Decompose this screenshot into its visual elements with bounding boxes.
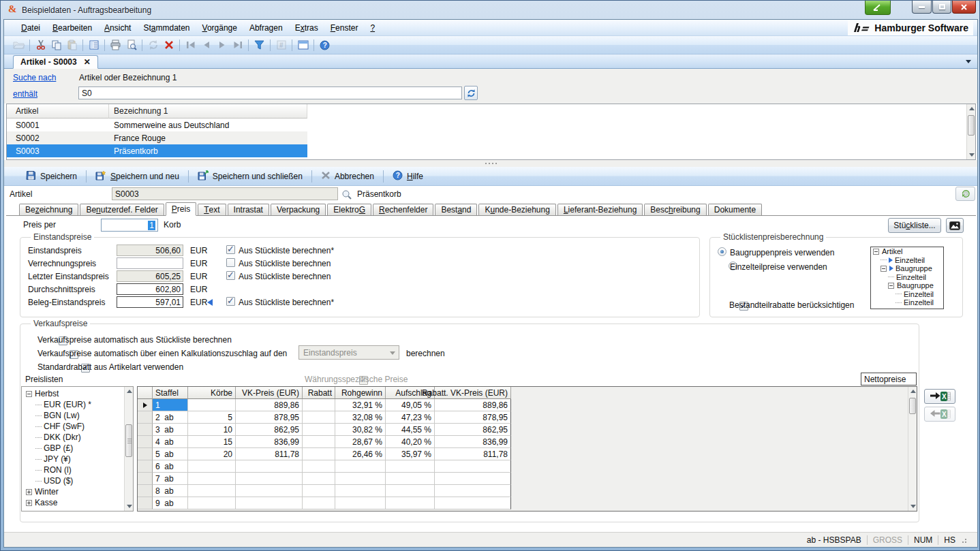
tree-item[interactable]: Herbst <box>22 388 123 399</box>
scroll-down-icon[interactable] <box>969 153 975 157</box>
scroll-down-icon[interactable] <box>910 505 916 508</box>
price-input[interactable]: 506,60 <box>117 245 183 256</box>
nav-first-icon[interactable] <box>183 37 198 52</box>
document-tab-artikel[interactable]: Artikel - S0003 ✕ <box>13 55 98 69</box>
row-selector[interactable] <box>138 448 153 460</box>
row-selector[interactable] <box>138 424 153 436</box>
price-cell[interactable]: 4 ab <box>153 436 188 448</box>
tab-dokumente[interactable]: Dokumente <box>708 204 762 215</box>
scroll-up-icon[interactable] <box>910 390 916 393</box>
price-cell[interactable]: 889,86 <box>236 399 303 411</box>
tab-overflow-icon[interactable] <box>966 60 971 63</box>
minimize-button[interactable] <box>912 1 932 14</box>
tab-bezeichnung[interactable]: Bezeichnung <box>19 204 78 215</box>
price-cell[interactable] <box>386 460 435 473</box>
menu-item[interactable]: Ansicht <box>98 20 137 35</box>
table-row[interactable]: S0001Sommerweine aus Deutschland <box>7 119 307 131</box>
tree-item[interactable]: Baugruppe <box>871 264 943 273</box>
price-cell[interactable]: 3 ab <box>153 424 188 436</box>
close-button[interactable] <box>952 1 976 14</box>
price-input[interactable]: 605,25 <box>117 270 183 282</box>
tree-item[interactable]: JPY (¥) <box>22 454 123 465</box>
export-excel-button[interactable]: X <box>924 389 955 404</box>
record-id-field[interactable]: S0003 <box>112 187 338 200</box>
table-view-icon[interactable] <box>86 37 102 52</box>
aus-stueckliste-checkbox[interactable] <box>226 245 235 254</box>
menu-item[interactable]: Datei <box>15 20 46 35</box>
nav-next-icon[interactable] <box>214 37 230 52</box>
save-close-button[interactable]: Speichern und schließen <box>192 169 308 184</box>
price-cell[interactable] <box>335 485 386 497</box>
tree-item[interactable]: DKK (Dkr) <box>22 432 123 443</box>
expand-icon[interactable] <box>26 500 32 506</box>
splitter-handle[interactable] <box>4 160 977 167</box>
price-cell[interactable]: 15 <box>188 436 236 448</box>
row-selector[interactable] <box>138 473 153 485</box>
price-cell[interactable]: 889,86 <box>435 399 511 411</box>
row-selector[interactable] <box>138 411 153 424</box>
price-cell[interactable] <box>303 485 335 497</box>
price-cell[interactable] <box>303 497 335 509</box>
results-scrollbar[interactable] <box>966 104 975 159</box>
filter-icon[interactable] <box>251 37 267 52</box>
tree-item[interactable]: Einzelteil <box>871 273 943 282</box>
tree-item[interactable]: GBP (£) <box>22 443 123 454</box>
price-cell[interactable]: 20 <box>188 448 236 460</box>
price-cell[interactable] <box>188 497 236 509</box>
new-window-icon[interactable] <box>295 37 311 52</box>
tab-lieferant-beziehung[interactable]: Lieferant-Beziehung <box>557 204 643 215</box>
collapse-icon[interactable] <box>26 391 32 397</box>
price-cell[interactable] <box>435 473 511 485</box>
tab-bestand[interactable]: Bestand <box>435 204 477 215</box>
price-cell[interactable] <box>303 448 335 460</box>
table-row[interactable]: S0003Präsentkorb <box>7 144 307 157</box>
price-cell[interactable]: 6 ab <box>153 460 188 473</box>
price-cell[interactable] <box>303 460 335 473</box>
row-selector[interactable] <box>138 485 153 497</box>
save-new-button[interactable]: Speichern und neu <box>90 169 185 184</box>
price-cell[interactable]: 862,95 <box>236 424 303 436</box>
price-cell[interactable] <box>188 473 236 485</box>
table-row[interactable]: S0002France Rouge <box>7 131 307 144</box>
record-history-button[interactable] <box>955 187 975 201</box>
price-cell[interactable] <box>386 473 435 485</box>
tree-item[interactable]: Kasse <box>22 497 123 508</box>
scroll-thumb[interactable] <box>968 115 975 136</box>
price-cell[interactable]: 30,82 % <box>335 424 386 436</box>
maximize-button[interactable] <box>932 1 951 14</box>
search-refresh-button[interactable] <box>464 86 478 100</box>
price-cell[interactable] <box>188 399 236 411</box>
price-cell[interactable]: 811,78 <box>435 448 511 460</box>
aus-stueckliste-checkbox[interactable] <box>226 258 235 267</box>
price-cell[interactable] <box>188 485 236 497</box>
price-cell[interactable]: 862,95 <box>435 424 511 436</box>
tree-scrollbar[interactable] <box>124 387 133 511</box>
price-cell[interactable]: 836,99 <box>236 436 303 448</box>
row-selector[interactable] <box>138 399 153 411</box>
scroll-down-icon[interactable] <box>127 505 132 508</box>
price-cell[interactable]: 49,05 % <box>386 399 435 411</box>
price-cell[interactable] <box>303 399 335 411</box>
price-cell[interactable]: 811,78 <box>236 448 303 460</box>
quick-print-button[interactable] <box>865 1 891 15</box>
tree-item[interactable]: Baugruppe <box>871 281 943 290</box>
menu-item[interactable]: Fenster <box>324 20 365 35</box>
price-cell[interactable]: 5 ab <box>153 448 188 460</box>
tree-item[interactable]: Einzelteil <box>871 298 943 307</box>
price-cell[interactable] <box>303 436 335 448</box>
price-cell[interactable]: 9 ab <box>153 497 188 509</box>
scroll-up-icon[interactable] <box>127 390 132 393</box>
price-cell[interactable]: 32,91 % <box>335 399 386 411</box>
menu-item[interactable]: Extras <box>289 20 324 35</box>
price-cell[interactable]: 26,46 % <box>335 448 386 460</box>
tree-item[interactable]: CHF (SwF) <box>22 421 123 432</box>
price-cell[interactable] <box>303 473 335 485</box>
print-icon[interactable] <box>108 37 123 52</box>
aus-stueckliste-checkbox[interactable] <box>226 297 235 306</box>
price-table-row[interactable]: 4 ab15836,9928,67 %40,20 %836,99 <box>138 436 917 448</box>
tree-item[interactable]: Einzelteil <box>871 290 943 299</box>
cancel-button[interactable]: Abbrechen <box>316 170 380 183</box>
preislisten-tree[interactable]: HerbstEUR (EUR) *BGN (Lw)CHF (SwF)DKK (D… <box>22 388 123 508</box>
copy-icon[interactable] <box>48 37 64 52</box>
price-cell[interactable] <box>386 497 435 509</box>
